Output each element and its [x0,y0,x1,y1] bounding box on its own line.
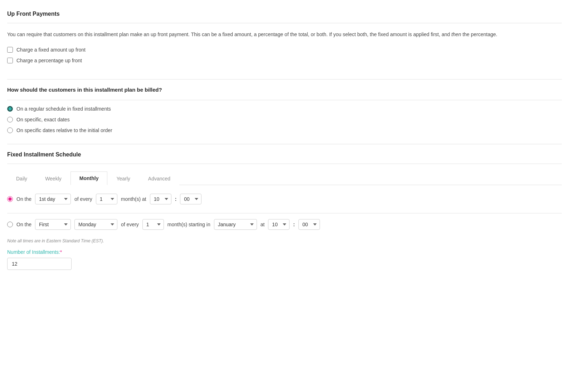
row2-hour-select[interactable]: 1234 5678 9101112 [268,219,290,230]
tab-yearly[interactable]: Yearly [107,172,139,185]
row1-minute-select[interactable]: 00153045 [180,194,201,204]
row2-month-select[interactable]: January FebruaryMarchApril MayJuneJulyAu… [214,219,257,230]
billing-radio-group: On a regular schedule in fixed installme… [7,106,562,133]
billing-question-text: How should the customers in this install… [7,87,562,93]
checkbox-pct-input[interactable] [7,58,13,63]
row2-interval-select[interactable]: 1 23456 [142,219,164,230]
checkbox-percentage: Charge a percentage up front [7,58,562,63]
radio-exact-label[interactable]: On specific, exact dates [16,117,70,122]
radio-regular-schedule: On a regular schedule in fixed installme… [7,106,562,112]
row2-colon: : [293,222,295,227]
up-front-payments-title: Up Front Payments [7,11,562,17]
row1-radio-input[interactable] [7,196,13,202]
installments-input[interactable] [7,258,72,270]
tab-monthly[interactable]: Monthly [70,171,108,185]
row2-months-starting-label: month(s) starting in [167,222,210,227]
row2-on-the-label: On the [16,222,31,227]
row1-hour-select[interactable]: 1234 5678 9101112 [150,194,171,204]
checkbox-fixed-input[interactable] [7,47,13,53]
row2-at-label: at [261,222,265,227]
up-front-description: You can require that customers on this i… [7,30,562,38]
row2-of-every-label: of every [121,222,139,227]
up-front-payments-section: Up Front Payments You can require that c… [7,11,562,79]
row2-radio-label [7,222,13,227]
schedule-row-1: On the 1st day 2nd day 3rd day 4th day 5… [7,194,562,204]
billing-divider [7,100,562,100]
row2-radio-input[interactable] [7,222,13,227]
upfront-checkbox-group: Charge a fixed amount up front Charge a … [7,47,562,63]
installments-label: Number of Installments:* [7,249,562,255]
row1-radio-label [7,196,13,202]
billing-question-section: How should the customers in this install… [7,87,562,144]
installment-divider [7,164,562,164]
row1-interval-select[interactable]: 1 2 3 4 5 6 [96,194,117,204]
row2-minute-select[interactable]: 00153045 [298,219,320,230]
row1-months-at-label: month(s) at [121,196,146,202]
schedule-row-separator [7,213,562,213]
row1-colon: : [175,196,177,202]
row1-of-every-label: of every [74,196,92,202]
row2-week-select[interactable]: First Second Third Fourth Last [35,219,71,230]
fixed-installment-section: Fixed Installment Schedule Daily Weekly … [7,151,562,270]
row2-dayofweek-select[interactable]: Monday Tuesday Wednesday Thursday Friday… [74,219,117,230]
radio-relative-input[interactable] [7,127,13,133]
row1-on-the-label: On the [16,196,31,202]
checkbox-fixed-amount: Charge a fixed amount up front [7,47,562,53]
schedule-row-2: On the First Second Third Fourth Last Mo… [7,219,562,230]
section-divider-1 [7,23,562,23]
fixed-installment-title: Fixed Installment Schedule [7,151,562,158]
radio-regular-input[interactable] [7,106,13,112]
schedule-tabs: Daily Weekly Monthly Yearly Advanced [7,171,562,185]
tab-advanced[interactable]: Advanced [139,172,179,185]
tab-weekly[interactable]: Weekly [36,172,70,185]
time-note: Note all times are in Eastern Standard T… [7,238,562,243]
row1-day-select[interactable]: 1st day 2nd day 3rd day 4th day 5th day … [35,194,71,204]
checkbox-fixed-label[interactable]: Charge a fixed amount up front [16,47,86,53]
tab-daily[interactable]: Daily [7,172,36,185]
checkbox-pct-label[interactable]: Charge a percentage up front [16,58,82,63]
radio-relative-dates: On specific dates relative to the initia… [7,127,562,133]
radio-relative-label[interactable]: On specific dates relative to the initia… [16,127,112,133]
radio-exact-dates: On specific, exact dates [7,117,562,122]
radio-exact-input[interactable] [7,117,13,122]
radio-regular-label[interactable]: On a regular schedule in fixed installme… [16,106,111,112]
